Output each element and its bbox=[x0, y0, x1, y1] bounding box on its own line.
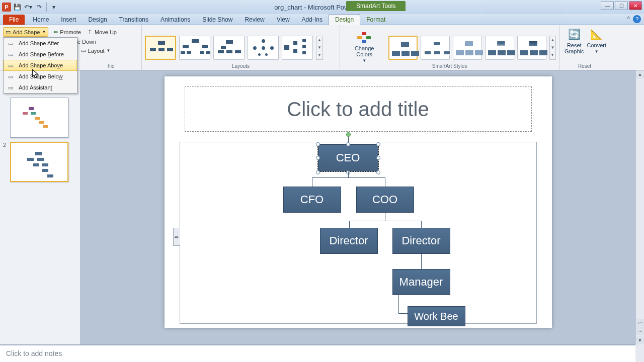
layout-option-1[interactable] bbox=[145, 36, 176, 60]
tab-transitions[interactable]: Transitions bbox=[113, 15, 154, 25]
node-director-1[interactable]: Director bbox=[320, 228, 378, 254]
shape-after-icon: ▭ bbox=[7, 39, 15, 47]
selection-handle[interactable] bbox=[376, 170, 380, 174]
tab-slideshow[interactable]: Slide Show bbox=[196, 15, 238, 25]
prev-slide-icon[interactable]: ⬿ bbox=[636, 319, 644, 327]
assistant-icon: ▭ bbox=[7, 83, 15, 92]
group-create-graphic: ▭ Add Shape ▼ ▭Add Shape After ▭Add Shap… bbox=[0, 25, 142, 70]
save-icon[interactable]: 💾 bbox=[12, 2, 22, 12]
selection-handle[interactable] bbox=[376, 156, 380, 160]
group-label-reset: Reset bbox=[559, 63, 610, 69]
tab-smartart-design[interactable]: Design bbox=[329, 14, 360, 25]
next-slide-icon[interactable]: ⤳ bbox=[636, 327, 644, 335]
tab-addins[interactable]: Add-Ins bbox=[296, 15, 329, 25]
powerpoint-icon[interactable]: P bbox=[2, 3, 11, 12]
qat-customize-icon[interactable]: ▾ bbox=[49, 2, 59, 12]
layout-option-5[interactable] bbox=[282, 36, 313, 60]
scroll-up-icon[interactable]: ▲ bbox=[636, 70, 644, 78]
tab-file[interactable]: File bbox=[3, 15, 25, 25]
contextual-tab-label: SmartArt Tools bbox=[346, 1, 406, 11]
shape-below-icon: ▭ bbox=[7, 72, 15, 80]
menu-add-shape-above[interactable]: ▭Add Shape Above bbox=[4, 60, 77, 71]
tab-view[interactable]: View bbox=[271, 15, 296, 25]
selection-handle[interactable] bbox=[316, 156, 320, 160]
layout-button[interactable]: ▭Layout▼ bbox=[80, 47, 112, 54]
node-work-bee[interactable]: Work Bee bbox=[408, 306, 465, 326]
layout-icon: ▭ bbox=[81, 47, 86, 54]
slide-canvas[interactable]: Click to add title ◂▸ CEO bbox=[165, 76, 552, 328]
tab-home[interactable]: Home bbox=[27, 15, 55, 25]
node-ceo[interactable]: CEO bbox=[318, 144, 378, 171]
menu-add-assistant[interactable]: ▭Add Assistant bbox=[4, 82, 77, 93]
style-option-1[interactable] bbox=[388, 36, 418, 60]
move-up-button[interactable]: 🡑Move Up bbox=[86, 29, 118, 36]
styles-more-button[interactable]: ▲▼▾ bbox=[549, 36, 556, 60]
workspace: 1 2 Click to add bbox=[0, 70, 644, 344]
layout-option-2[interactable] bbox=[179, 36, 210, 60]
selection-handle[interactable] bbox=[316, 170, 320, 174]
change-colors-button[interactable]: Change Colors ▼ bbox=[343, 30, 385, 65]
slide-thumbnails-panel: 1 2 bbox=[0, 70, 80, 344]
scroll-down-icon[interactable]: ▼ bbox=[636, 336, 644, 344]
shape-icon: ▭ bbox=[6, 29, 11, 35]
layout-option-4[interactable] bbox=[248, 36, 279, 60]
tab-animations[interactable]: Animations bbox=[154, 15, 196, 25]
reset-graphic-button[interactable]: 🔄 Reset Graphic bbox=[565, 27, 584, 54]
selection-handle[interactable] bbox=[346, 142, 350, 146]
slide-thumbnail-2[interactable] bbox=[10, 142, 68, 182]
convert-icon: 📐 bbox=[589, 27, 605, 41]
redo-icon[interactable]: ↷ bbox=[34, 2, 44, 12]
node-coo[interactable]: COO bbox=[356, 187, 414, 213]
style-option-3[interactable] bbox=[453, 36, 482, 60]
tab-smartart-format[interactable]: Format bbox=[360, 15, 391, 25]
group-smartart-styles: Change Colors ▼ ▲▼▾ bbox=[340, 25, 559, 70]
node-director-2[interactable]: Director bbox=[392, 228, 450, 254]
slide-editor[interactable]: Click to add title ◂▸ CEO bbox=[80, 70, 635, 344]
menu-add-shape-after[interactable]: ▭Add Shape After bbox=[4, 38, 77, 49]
shape-above-icon: ▭ bbox=[7, 61, 15, 69]
style-option-2[interactable] bbox=[421, 36, 450, 60]
node-manager[interactable]: Manager bbox=[392, 269, 450, 295]
group-layouts: ▲▼▾ Layouts bbox=[142, 25, 340, 70]
layouts-more-button[interactable]: ▲▼▾ bbox=[316, 36, 323, 60]
maximize-button[interactable]: ☐ bbox=[615, 1, 628, 10]
qat-separator bbox=[46, 3, 47, 12]
ribbon-tabs: File Home Insert Design Transitions Anim… bbox=[0, 14, 644, 25]
tab-review[interactable]: Review bbox=[238, 15, 270, 25]
tab-insert[interactable]: Insert bbox=[55, 15, 82, 25]
promote-button[interactable]: ⇐Promote bbox=[52, 28, 82, 36]
chevron-down-icon: ▼ bbox=[595, 49, 599, 54]
node-cfo[interactable]: CFO bbox=[283, 187, 341, 213]
convert-button[interactable]: 📐 Convert ▼ bbox=[587, 27, 607, 54]
vertical-scrollbar[interactable]: ▲ ⬿ ⤳ ▼ bbox=[635, 70, 644, 344]
minimize-ribbon-icon[interactable]: ^ bbox=[627, 15, 630, 23]
add-shape-dropdown: ▭Add Shape After ▭Add Shape Before ▭Add … bbox=[3, 37, 77, 94]
text-pane-toggle[interactable]: ◂▸ bbox=[173, 228, 180, 246]
selection-handle[interactable] bbox=[316, 142, 320, 146]
notes-pane[interactable]: Click to add notes bbox=[0, 344, 635, 362]
menu-add-shape-below[interactable]: ▭Add Shape Below bbox=[4, 71, 77, 82]
group-label-create: hic bbox=[80, 63, 141, 69]
shape-before-icon: ▭ bbox=[7, 50, 15, 58]
notes-scrollbar[interactable] bbox=[635, 344, 644, 362]
ribbon: ▭ Add Shape ▼ ▭Add Shape After ▭Add Shap… bbox=[0, 25, 644, 70]
add-shape-split-button[interactable]: ▭ Add Shape ▼ bbox=[3, 27, 48, 37]
title-placeholder[interactable]: Click to add title bbox=[185, 86, 532, 132]
help-icon[interactable]: ? bbox=[633, 15, 641, 23]
selection-handle[interactable] bbox=[376, 142, 380, 146]
minimize-button[interactable]: — bbox=[601, 1, 614, 10]
group-label-layouts: Layouts bbox=[142, 63, 340, 69]
style-option-5[interactable] bbox=[517, 36, 546, 60]
style-option-4[interactable] bbox=[485, 36, 514, 60]
menu-add-shape-before[interactable]: ▭Add Shape Before bbox=[4, 49, 77, 60]
slide-thumbnail-1[interactable] bbox=[10, 98, 68, 138]
rotation-handle[interactable] bbox=[346, 132, 351, 137]
smartart-container[interactable]: ◂▸ CEO CFO COO bbox=[180, 142, 537, 324]
promote-icon: ⇐ bbox=[53, 29, 58, 35]
arrow-up-icon: 🡑 bbox=[87, 29, 93, 35]
close-button[interactable]: ✕ bbox=[629, 1, 642, 10]
undo-icon[interactable]: ↶▾ bbox=[23, 2, 33, 12]
layout-option-3[interactable] bbox=[213, 36, 245, 60]
tab-design[interactable]: Design bbox=[82, 15, 113, 25]
reset-icon: 🔄 bbox=[566, 27, 582, 41]
